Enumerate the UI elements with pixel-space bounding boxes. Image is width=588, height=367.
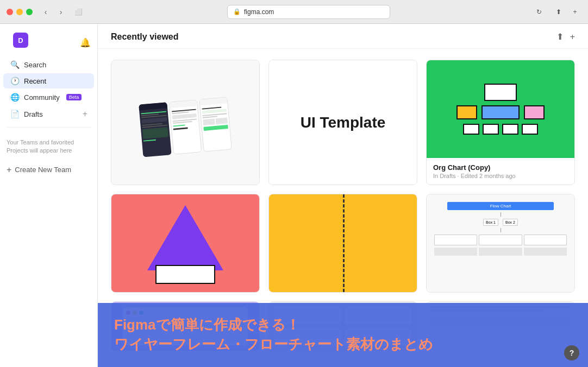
- card-meta-org: In Drafts · Edited 2 months ago: [433, 173, 568, 179]
- sidebar-toggle-button[interactable]: ⬜: [72, 7, 85, 17]
- card-org-chart[interactable]: Org Chart (Copy) In Drafts · Edited 2 mo…: [426, 60, 575, 185]
- back-button[interactable]: ‹: [39, 7, 52, 17]
- forward-button[interactable]: ›: [54, 7, 67, 17]
- card-thumb-flowchart: Flow Chart Box 1 Box 2: [427, 194, 574, 292]
- card-thumb-mobile: [111, 60, 259, 185]
- reload-button[interactable]: ↻: [533, 7, 546, 17]
- main-content: Recently viewed ⬆ +: [98, 24, 588, 367]
- card-flowchart[interactable]: Flow Chart Box 1 Box 2: [426, 194, 575, 293]
- card-info-ui: UI Template Edited 7 days ago: [269, 185, 417, 185]
- card-info-org: Org Chart (Copy) In Drafts · Edited 2 mo…: [427, 158, 574, 185]
- drafts-add-icon[interactable]: +: [83, 109, 87, 119]
- sidebar-item-recent[interactable]: 🕐 Recent: [3, 73, 94, 88]
- card-thumb-ui-template: UI Template: [269, 60, 417, 185]
- create-team-label: Create New Team: [15, 166, 71, 174]
- maximize-button[interactable]: [26, 9, 33, 15]
- teams-placeholder-text: Your Teams and favorited Projects will a…: [7, 138, 91, 155]
- clock-icon: 🕐: [10, 77, 20, 85]
- banner-line1: Figmaで簡単に作成できる！: [114, 316, 572, 334]
- sidebar-top: D 🔔: [0, 30, 97, 56]
- url-text: figma.com: [244, 8, 274, 16]
- help-button[interactable]: ?: [564, 345, 579, 360]
- bell-icon[interactable]: 🔔: [80, 37, 91, 48]
- search-icon: 🔍: [10, 60, 20, 69]
- app: D 🔔 🔍 Search 🕐 Recent 🌐 Community Beta 📄…: [0, 24, 588, 367]
- file-icon: 📄: [10, 110, 20, 118]
- card-ui-template[interactable]: UI Template UI Template Edited 7 days ag…: [268, 60, 417, 185]
- add-button[interactable]: +: [570, 32, 575, 42]
- sidebar-item-drafts[interactable]: 📄 Drafts +: [3, 106, 94, 122]
- globe-icon: 🌐: [10, 93, 20, 102]
- card-mobile-ui-kit[interactable]: Mobile UI kit (Community) In Drafts · Ed…: [111, 60, 260, 185]
- create-team-button[interactable]: + Create New Team: [0, 162, 97, 178]
- minimize-button[interactable]: [16, 9, 23, 15]
- sidebar-item-community[interactable]: 🌐 Community Beta: [3, 90, 94, 105]
- browser-chrome: ‹ › ⬜ 🔒 figma.com ↻ ⬆ +: [0, 0, 588, 24]
- card-thumb-yellow: [269, 194, 417, 292]
- banner-line2: ワイヤーフレーム・フローチャート素材のまとめ: [114, 336, 572, 354]
- card-name-org: Org Chart (Copy): [433, 163, 568, 172]
- sidebar-divider: [7, 127, 91, 128]
- sidebar-item-recent-label: Recent: [24, 77, 46, 85]
- sidebar: D 🔔 🔍 Search 🕐 Recent 🌐 Community Beta 📄…: [0, 24, 98, 367]
- address-bar[interactable]: 🔒 figma.com: [227, 5, 390, 19]
- sidebar-item-community-label: Community: [24, 93, 60, 102]
- card-yellow[interactable]: [268, 194, 417, 293]
- card-thumb-salmon: [111, 194, 259, 292]
- page-title: Recently viewed: [111, 32, 179, 42]
- avatar[interactable]: D: [13, 33, 28, 48]
- header-actions: ⬆ +: [556, 31, 575, 42]
- new-tab-button[interactable]: +: [568, 7, 581, 17]
- sidebar-item-search-label: Search: [24, 61, 46, 69]
- plus-icon: +: [7, 165, 11, 175]
- export-button[interactable]: ⬆: [556, 31, 564, 42]
- teams-section: Your Teams and favorited Projects will a…: [0, 134, 97, 160]
- card-info: Mobile UI kit (Community) In Drafts · Ed…: [111, 185, 259, 185]
- lock-icon: 🔒: [233, 8, 241, 15]
- sidebar-item-drafts-label: Drafts: [24, 110, 43, 118]
- overlay-banner: Figmaで簡単に作成できる！ ワイヤーフレーム・フローチャート素材のまとめ: [98, 303, 588, 367]
- nav-buttons: ‹ ›: [39, 7, 67, 17]
- card-salmon[interactable]: [111, 194, 260, 293]
- address-bar-wrap: 🔒 figma.com: [89, 5, 528, 19]
- main-header: Recently viewed ⬆ +: [98, 24, 588, 49]
- card-thumb-org: [427, 60, 574, 158]
- share-button[interactable]: ⬆: [552, 7, 565, 17]
- beta-badge: Beta: [66, 94, 82, 100]
- thumb-ui-text: UI Template: [301, 114, 386, 131]
- close-button[interactable]: [7, 9, 13, 15]
- traffic-lights: [7, 9, 33, 15]
- cards-grid: Mobile UI kit (Community) In Drafts · Ed…: [111, 60, 575, 293]
- sidebar-item-search[interactable]: 🔍 Search: [3, 57, 94, 72]
